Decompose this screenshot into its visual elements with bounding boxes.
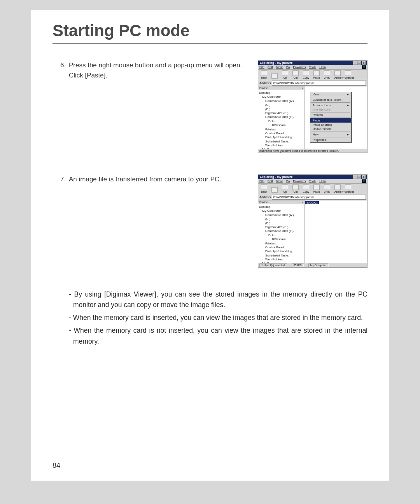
menu-go[interactable]: Go <box>286 65 290 69</box>
tree-item[interactable]: Removable Disk (F:) <box>259 115 303 119</box>
tree-item[interactable]: 100sscam <box>259 237 303 241</box>
tree-item[interactable]: Dial-Up Networking <box>259 135 303 139</box>
tree-item[interactable]: Web Folders <box>259 144 303 148</box>
properties-icon <box>345 70 351 76</box>
menu-view[interactable]: View <box>276 65 283 69</box>
tree-item[interactable]: (C:) <box>259 217 303 221</box>
window-titlebar: Exploring - my picture _□x <box>258 61 367 65</box>
maximize-icon[interactable]: □ <box>357 175 361 179</box>
tree-root[interactable]: Desktop <box>259 205 303 209</box>
tree-item[interactable]: Dial-Up Networking <box>259 249 303 253</box>
context-menu-item[interactable]: New▸ <box>310 132 351 137</box>
page-number: 84 <box>52 462 60 470</box>
paste-button[interactable]: Paste <box>312 184 321 193</box>
tree-item[interactable]: My Computer <box>259 209 303 213</box>
tree-item[interactable]: Removable Disk (F:) <box>259 229 303 233</box>
minimize-icon[interactable]: _ <box>353 61 357 65</box>
tree-item[interactable]: Control Panel <box>259 246 303 249</box>
tree-item[interactable]: Printers <box>259 128 303 132</box>
context-menu-item[interactable]: Line Up Icons <box>310 107 351 112</box>
tree-item[interactable]: Scheduled Tasks <box>259 254 303 258</box>
forward-button[interactable] <box>270 73 279 79</box>
menu-file[interactable]: File <box>259 65 264 69</box>
back-button[interactable]: Back <box>259 70 269 79</box>
tree-item[interactable]: My Computer <box>259 95 303 99</box>
folder-tree[interactable]: DesktopMy ComputerRemovable Disk (A:)(C:… <box>258 90 304 149</box>
delete-icon <box>334 70 341 76</box>
menu-favorites[interactable]: Favorites <box>293 65 306 69</box>
tree-item[interactable]: Digimax 420 (E:) <box>259 225 303 229</box>
menu-view[interactable]: View <box>276 179 283 183</box>
context-menu-item[interactable]: Customize this Folder... <box>310 98 351 102</box>
address-input[interactable] <box>272 195 366 200</box>
tree-item[interactable]: Dcim <box>259 119 303 123</box>
folder-tree[interactable]: DesktopMy ComputerRemovable Disk (A:)(C:… <box>258 204 304 263</box>
maximize-icon[interactable]: □ <box>357 61 361 65</box>
submenu-arrow-icon: ▸ <box>347 133 349 136</box>
context-menu-item[interactable]: Paste <box>310 118 351 123</box>
folders-close-icon[interactable]: x <box>302 87 303 90</box>
address-input[interactable] <box>272 81 366 86</box>
menu-favorites[interactable]: Favorites <box>293 179 306 183</box>
tree-item[interactable]: Web Folders <box>259 258 303 262</box>
copy-button[interactable]: Copy <box>301 70 311 79</box>
tree-item[interactable]: Digimax 420 (E:) <box>259 111 303 115</box>
tree-item[interactable]: (D:) <box>259 221 303 225</box>
tree-item[interactable]: Removable Disk (A:) <box>259 213 303 217</box>
tree-item[interactable]: 100sscam <box>259 123 303 127</box>
folders-close-icon[interactable]: x <box>302 201 303 204</box>
context-menu-item[interactable]: Paste Shortcut <box>310 123 351 127</box>
submenu-arrow-icon: ▸ <box>347 93 349 96</box>
cut-button[interactable]: Cut <box>291 70 300 79</box>
up-button[interactable]: Up <box>280 184 290 193</box>
tree-item[interactable]: Control Panel <box>259 132 303 135</box>
properties-button[interactable]: Properties <box>343 70 353 79</box>
tree-item[interactable]: Dcim <box>259 234 303 237</box>
menu-help[interactable]: Help <box>319 65 326 69</box>
close-icon[interactable]: x <box>362 175 366 179</box>
submenu-arrow-icon: ▸ <box>347 104 349 107</box>
copy-button[interactable]: Copy <box>301 184 311 193</box>
delete-button[interactable]: Delete <box>333 70 342 79</box>
close-icon[interactable]: x <box>362 61 366 65</box>
tree-item[interactable]: Scheduled Tasks <box>259 140 303 144</box>
undo-button[interactable]: Undo <box>322 184 332 193</box>
context-menu-item[interactable]: Properties <box>310 138 351 142</box>
menu-edit[interactable]: Edit <box>268 65 273 69</box>
tree-item[interactable]: My Documents <box>259 148 303 149</box>
content-pane[interactable]: View▸Customize this Folder...Arrange Ico… <box>304 86 367 149</box>
context-menu-item[interactable]: View▸ <box>310 92 351 97</box>
tree-root[interactable]: Desktop <box>259 91 303 95</box>
folders-pane: Folders x DesktopMy ComputerRemovable Di… <box>258 86 304 149</box>
content-pane[interactable]: SA20001 <box>304 200 367 263</box>
delete-button[interactable]: Delete <box>333 184 342 193</box>
step-6-text: 6.Press the right mouse button and a pop… <box>52 60 258 81</box>
menu-tools[interactable]: Tools <box>309 179 316 183</box>
cut-button[interactable]: Cut <box>291 184 300 193</box>
forward-button[interactable] <box>270 187 279 193</box>
image-thumbnail[interactable]: SA20001 <box>305 201 319 204</box>
paste-icon <box>313 70 320 76</box>
minimize-icon[interactable]: _ <box>353 175 357 179</box>
paste-button[interactable]: Paste <box>312 70 321 79</box>
tree-item[interactable]: (C:) <box>259 103 303 107</box>
context-menu-item[interactable]: Arrange Icons▸ <box>310 103 351 107</box>
menu-go[interactable]: Go <box>286 179 290 183</box>
status-text: Inserts the items you have copied or cut… <box>259 149 339 152</box>
undo-button[interactable]: Undo <box>322 70 332 79</box>
menu-tools[interactable]: Tools <box>309 65 316 69</box>
tree-item[interactable]: Printers <box>259 242 303 246</box>
menu-edit[interactable]: Edit <box>268 179 273 183</box>
properties-button[interactable]: Properties <box>343 184 353 193</box>
address-label: Address <box>259 195 271 199</box>
menu-file[interactable]: File <box>259 179 264 183</box>
tree-item[interactable]: (D:) <box>259 107 303 111</box>
tree-item[interactable]: Removable Disk (A:) <box>259 99 303 103</box>
back-button[interactable]: Back <box>259 184 269 193</box>
context-menu-item[interactable]: Refresh <box>310 113 351 117</box>
menu-help[interactable]: Help <box>319 179 326 183</box>
address-bar: Address <box>258 194 367 200</box>
tree-item[interactable]: My Documents <box>259 262 303 263</box>
up-button[interactable]: Up <box>280 70 290 79</box>
context-menu-item[interactable]: Undo Rename <box>310 127 351 131</box>
